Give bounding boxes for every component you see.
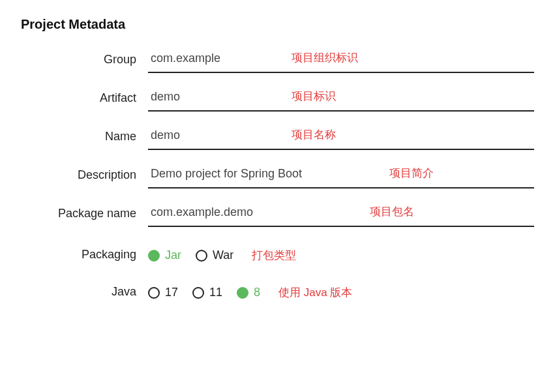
row-group: Group 项目组织标识 [21,46,534,73]
packaging-option-war[interactable]: War [196,249,233,262]
java-option-8[interactable]: 8 [237,286,260,299]
java-option-8-label: 8 [254,286,260,299]
java-radio-group: 17 11 8 使用 Java 版本 [148,280,534,304]
packaging-option-jar-label: Jar [165,249,181,262]
row-name: Name 项目名称 [21,123,534,150]
packaging-option-war-label: War [213,249,233,262]
java-option-11-label: 11 [209,286,222,299]
label-name: Name [21,130,148,143]
input-group[interactable] [148,46,534,73]
label-group: Group [21,53,148,67]
radio-circle-icon [196,250,207,262]
label-java: Java [21,285,148,299]
annotation-java: 使用 Java 版本 [278,285,352,300]
radio-circle-icon [192,287,204,299]
radio-circle-icon [148,287,160,299]
radio-circle-icon [237,287,248,299]
java-option-11[interactable]: 11 [192,286,222,299]
row-description: Description 项目简介 [21,162,534,188]
label-description: Description [21,168,148,182]
radio-circle-icon [148,250,160,262]
row-artifact: Artifact 项目标识 [21,85,534,112]
java-option-17-label: 17 [165,286,178,299]
label-package: Package name [21,207,148,220]
packaging-option-jar[interactable]: Jar [148,249,181,262]
java-option-17[interactable]: 17 [148,286,178,299]
input-artifact[interactable] [148,85,534,112]
section-title: Project Metadata [21,17,534,32]
project-metadata-form: Group 项目组织标识 Artifact 项目标识 Name 项目名称 Des… [21,46,534,313]
input-name[interactable] [148,123,534,150]
row-java: Java 17 11 8 使用 Java 版本 [21,280,534,304]
annotation-packaging: 打包类型 [252,248,296,263]
input-description[interactable] [148,162,534,188]
row-package: Package name 项目包名 [21,200,534,227]
row-packaging: Packaging Jar War 打包类型 [21,243,534,267]
label-artifact: Artifact [21,91,148,105]
packaging-radio-group: Jar War 打包类型 [148,243,534,267]
input-package[interactable] [148,200,534,227]
label-packaging: Packaging [21,248,148,262]
